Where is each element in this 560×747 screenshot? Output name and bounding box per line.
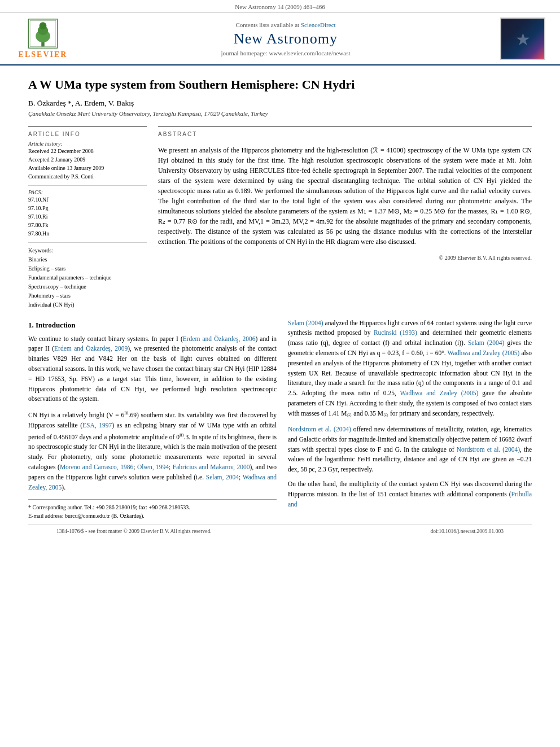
sciencedirect-link[interactable]: ScienceDirect: [301, 21, 336, 28]
ref-rucinski-1993[interactable]: Rucinski (1993): [374, 329, 417, 336]
intro-heading: 1. Introduction: [28, 321, 277, 330]
journal-homepage: journal homepage: www.elsevier.com/locat…: [77, 50, 495, 56]
right-para-2: Nordstrom et al. (2004) offered new dete…: [288, 425, 532, 475]
intro-para-1: We continue to study contact binary syst…: [28, 334, 277, 405]
footnote-star: * Corresponding author. Tel.: +90 286 21…: [28, 503, 277, 512]
paper-title: A W UMa type system from Southern Hemisp…: [28, 77, 532, 93]
ref-selam-2004b[interactable]: Selam (2004): [288, 320, 323, 326]
keyword-4: Spectroscopy – technique: [28, 282, 147, 291]
communicated-by: Communicated by P.S. Conti: [28, 172, 147, 181]
accepted-date: Accepted 2 January 2009: [28, 155, 147, 164]
ref-erdem-2006[interactable]: Erdem and Özkardeş, 2006: [183, 335, 256, 342]
ref-selam-2004c[interactable]: Selam (2004): [468, 339, 505, 346]
ref-nordstrom-2004[interactable]: Nordstrom et al. (2004): [288, 426, 351, 433]
ref-selam-2004[interactable]: Selam, 2004: [206, 474, 239, 480]
article-info-column: ARTICLE INFO Article history: Received 2…: [28, 126, 147, 309]
pacs-4: 97.80.Fk: [28, 221, 147, 229]
journal-image-area: [495, 18, 551, 60]
authors-text: B. Özkardeş *, A. Erdem, V. Bakış: [28, 99, 134, 107]
divider-1: [28, 185, 147, 186]
ref-wadhwa-2005b[interactable]: Wadhwa and Zealey (2005): [448, 350, 520, 356]
intro-para-2: CN Hyi is a relatively bright (V = 6m.69…: [28, 409, 277, 492]
received-date: Received 22 December 2008: [28, 147, 147, 155]
journal-title-area: Contents lists available at ScienceDirec…: [77, 21, 495, 56]
ref-moreno-1986[interactable]: Moreno and Carrasco, 1986: [60, 464, 133, 470]
publisher-logo-area: ELSEVIER: [9, 18, 77, 59]
paper-content: A W UMa type system from Southern Hemisp…: [0, 65, 560, 549]
affiliation-line: Çanakkale Onsekiz Mart University Observ…: [28, 110, 532, 117]
keywords-block: Keywords: Binaries Eclipsing – stars Fun…: [28, 246, 147, 309]
pacs-5: 97.80.Hn: [28, 229, 147, 238]
article-info-abstract-section: ARTICLE INFO Article history: Received 2…: [28, 126, 532, 309]
main-text-section: 1. Introduction We continue to study con…: [28, 318, 532, 521]
main-text-left: 1. Introduction We continue to study con…: [28, 318, 277, 521]
elsevier-label: ELSEVIER: [19, 50, 68, 59]
copyright-line: © 2009 Elsevier B.V. All rights reserved…: [158, 255, 532, 261]
elsevier-tree-icon: [26, 18, 60, 49]
ref-olsen-1994[interactable]: Olsen, 1994: [137, 464, 169, 470]
ref-wadhwa-2005c[interactable]: Wadhwa and Zealey (2005): [400, 390, 478, 396]
keyword-3: Fundamental parameters – technique: [28, 273, 147, 282]
journal-name: New Astronomy: [77, 30, 495, 47]
divider-2: [28, 242, 147, 243]
keyword-5: Photometry – stars: [28, 291, 147, 300]
pacs-label: PACS:: [28, 189, 147, 195]
authors-line: B. Özkardeş *, A. Erdem, V. Bakış: [28, 99, 532, 108]
ref-erdem-2009[interactable]: Erdem and Özkardeş, 2009: [54, 345, 128, 352]
abstract-label: ABSTRACT: [158, 131, 532, 137]
pacs-block: PACS: 97.10.Nf 97.10.Pg 97.10.Ri 97.80.F…: [28, 189, 147, 238]
abstract-text: We present an analysis of the Hipparcos …: [158, 141, 532, 251]
abstract-column: ABSTRACT We present an analysis of the H…: [158, 126, 532, 309]
article-info-label: ARTICLE INFO: [28, 131, 147, 137]
main-text-right: Selam (2004) analyzed the Hipparcos ligh…: [288, 318, 532, 521]
pacs-1: 97.10.Nf: [28, 195, 147, 204]
history-label: Article history:: [28, 141, 147, 147]
elsevier-logo: ELSEVIER: [19, 18, 68, 59]
ref-pribulla[interactable]: Pribulla and: [288, 491, 532, 508]
footnote-email: E-mail address: burcu@comu.edu.tr (B. Öz…: [28, 512, 277, 520]
article-history-block: Article history: Received 22 December 20…: [28, 141, 147, 181]
ref-esa-1997[interactable]: ESA, 1997: [82, 422, 112, 429]
contents-line: Contents lists available at ScienceDirec…: [77, 21, 495, 28]
keyword-6: Individual (CN Hyi): [28, 300, 147, 309]
footnote-area: * Corresponding author. Tel.: +90 286 21…: [28, 499, 277, 520]
pacs-2: 97.10.Pg: [28, 204, 147, 212]
journal-header: ELSEVIER Contents lists available at Sci…: [0, 13, 560, 65]
keyword-2: Eclipsing – stars: [28, 264, 147, 273]
keyword-1: Binaries: [28, 255, 147, 264]
pacs-3: 97.10.Ri: [28, 212, 147, 221]
ref-wadhwa-2005[interactable]: Wadhwa and Zealey, 2005: [28, 474, 277, 491]
right-para-1: Selam (2004) analyzed the Hipparcos ligh…: [288, 318, 532, 420]
keywords-label: Keywords:: [28, 246, 147, 255]
top-bar: New Astronomy 14 (2009) 461–466: [0, 0, 560, 13]
astronomy-image: [500, 18, 545, 60]
bottom-copyright: 1384-1076/$ - see front matter © 2009 El…: [56, 528, 212, 534]
available-date: Available online 13 January 2009: [28, 164, 147, 172]
right-para-3: On the other hand, the multiplicity of t…: [288, 479, 532, 509]
svg-point-3: [40, 22, 47, 29]
journal-citation: New Astronomy 14 (2009) 461–466: [235, 3, 325, 10]
bottom-bar: 1384-1076/$ - see front matter © 2009 El…: [28, 525, 532, 538]
ref-fabricius-2000[interactable]: Fabricius and Makarov, 2000: [173, 464, 250, 470]
ref-nordstrom-2004b[interactable]: Nordstrom et al. (2004): [457, 446, 520, 453]
bottom-doi: doi:10.1016/j.newast.2009.01.003: [430, 528, 504, 534]
